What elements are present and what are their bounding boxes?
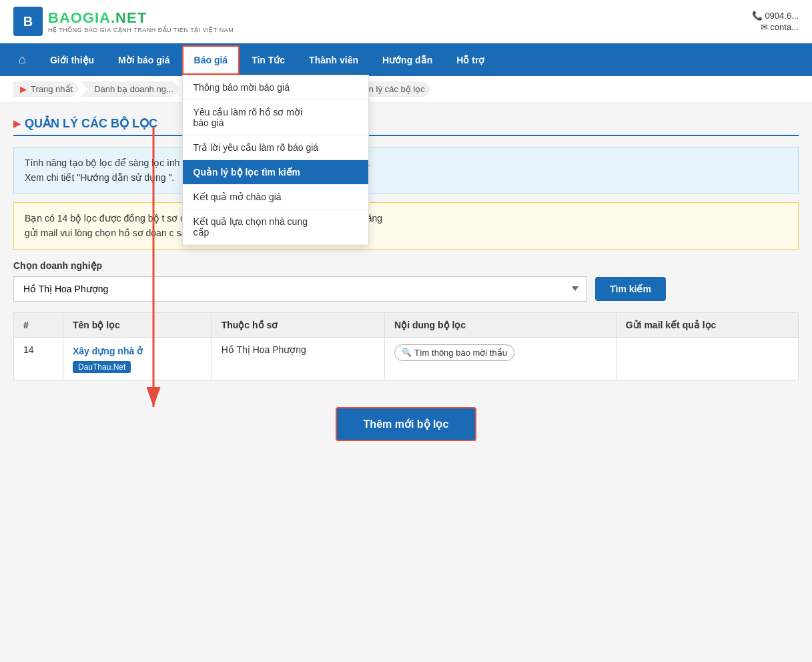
dropdown-item-1[interactable]: Thông báo mời báo giá <box>183 75 368 100</box>
nav-moi-bao-gia[interactable]: Mời báo giá <box>106 45 181 75</box>
col-num: # <box>14 312 63 337</box>
nav-gioi-thieu[interactable]: Giới thiệu <box>38 45 106 75</box>
cell-num: 14 <box>14 337 63 380</box>
nav-tin-tuc[interactable]: Tin Tức <box>240 45 297 75</box>
nav-bar: ⌂ Giới thiệu Mời báo giá Báo giá Thông b… <box>0 43 812 76</box>
page-content: QUẢN LÝ CÁC BỘ LỌC Tính năng tạo bộ lọc … <box>0 103 812 481</box>
dropdown-item-2[interactable]: Yêu cầu làm rõ hồ sơ mờibáo giá <box>183 100 368 135</box>
nav-bao-gia-dropdown: Báo giá Thông báo mời báo giá Yêu cầu là… <box>182 45 240 75</box>
page-title: QUẢN LÝ CÁC BỘ LỌC <box>13 116 799 136</box>
breadcrumb-trang-nhat[interactable]: Trang nhất <box>13 81 79 97</box>
info-box: Tính năng tạo bộ lọc để sàng lọc ình chó… <box>13 147 799 194</box>
dropdown-menu: Thông báo mời báo giá Yêu cầu làm rõ hồ … <box>182 75 369 246</box>
filter-section: Chọn doanh nghiệp Hồ Thị Hoa Phượng Tìm … <box>13 260 799 302</box>
logo-icon: B <box>13 7 43 36</box>
cell-noi-dung: Tìm thông báo mời thầu <box>385 337 617 380</box>
breadcrumb: Trang nhất Danh bạ doanh ng... ...ý hồ s… <box>0 76 812 103</box>
cell-thuoc-ho-so: Hồ Thị Hoa Phượng <box>212 337 384 380</box>
table-header-row: # Tên bộ lọc Thuộc hồ sơ Nội dung bộ lọc… <box>14 312 799 337</box>
logo-area: B BAOGIA.NET HỆ THỐNG BÁO GIÁ CẠNH TRANH… <box>13 7 234 36</box>
filter-content-tag: Tìm thông báo mời thầu <box>394 344 514 361</box>
contact-info: 0904.6... conta... <box>752 11 799 32</box>
dropdown-item-3[interactable]: Trả lời yêu cầu làm rõ báo giá <box>183 135 368 160</box>
nav-thanh-vien[interactable]: Thành viên <box>297 45 370 75</box>
cell-ten-bo-loc: Xây dựng nhà ở DauThau.Net <box>63 337 212 380</box>
info-line1: Tính năng tạo bộ lọc để sàng lọc ình chó… <box>25 155 787 170</box>
badge-dauthau: DauThau.Net <box>73 361 131 373</box>
breadcrumb-danh-ba[interactable]: Danh bạ doanh ng... <box>81 81 180 97</box>
logo-sub: HỆ THỐNG BÁO GIÁ CẠNH TRANH ĐẦU TIÊN TẠI… <box>48 27 234 33</box>
dropdown-item-4[interactable]: Quản lý bộ lọc tìm kiếm <box>183 160 368 185</box>
col-thuoc-ho-so: Thuộc hồ sơ <box>212 312 384 337</box>
warn-box: Bạn có 14 bộ lọc được đồng bộ t sơ cá nh… <box>13 202 799 250</box>
logo-text: BAOGIA.NET HỆ THỐNG BÁO GIÁ CẠNH TRANH Đ… <box>48 9 234 33</box>
filter-row: Hồ Thị Hoa Phượng Tìm kiếm <box>13 276 799 302</box>
nav-huong-dan[interactable]: Hướng dẫn <box>370 45 444 75</box>
header: B BAOGIA.NET HỆ THỐNG BÁO GIÁ CẠNH TRANH… <box>0 0 812 43</box>
cell-gui-mail <box>616 337 798 380</box>
select-company[interactable]: Hồ Thị Hoa Phượng <box>13 276 587 302</box>
phone-info: 0904.6... <box>752 11 799 21</box>
col-gui-mail: Gửi mail kết quả lọc <box>616 312 798 337</box>
filter-name-link[interactable]: Xây dựng nhà ở <box>73 346 143 356</box>
filter-table: # Tên bộ lọc Thuộc hồ sơ Nội dung bộ lọc… <box>13 312 799 380</box>
col-noi-dung: Nội dung bộ lọc <box>385 312 617 337</box>
nav-bao-gia[interactable]: Báo giá <box>182 45 240 75</box>
add-filter-button[interactable]: Thêm mới bộ lọc <box>336 407 477 441</box>
logo-main: BAOGIA.NET <box>48 9 234 27</box>
add-filter-area: Thêm mới bộ lọc <box>13 394 799 468</box>
dropdown-item-5[interactable]: Kết quả mở chào giá <box>183 185 368 210</box>
dropdown-item-6[interactable]: Kết quả lựa chọn nhà cungcấp <box>183 210 368 245</box>
warn-line2: gửi mail vui lòng chọn hồ sơ doan c sang… <box>25 226 787 240</box>
info-line2: Xem chi tiết "Hướng dẫn sử dụng ". <box>25 170 787 185</box>
table-row: 14 Xây dựng nhà ở DauThau.Net Hồ Thị Hoa… <box>14 337 799 380</box>
search-button[interactable]: Tìm kiếm <box>595 277 666 301</box>
filter-label: Chọn doanh nghiệp <box>13 260 799 271</box>
nav-ho-tro[interactable]: Hỗ trợ <box>444 45 496 75</box>
logo-net: .NET <box>111 9 147 26</box>
col-ten-bo-loc: Tên bộ lọc <box>63 312 212 337</box>
nav-home[interactable]: ⌂ <box>7 43 38 76</box>
email-info: conta... <box>761 22 799 32</box>
logo-baogia: BAOGIA <box>48 9 111 26</box>
warn-line1: Bạn có 14 bộ lọc được đồng bộ t sơ cá nh… <box>25 211 787 226</box>
